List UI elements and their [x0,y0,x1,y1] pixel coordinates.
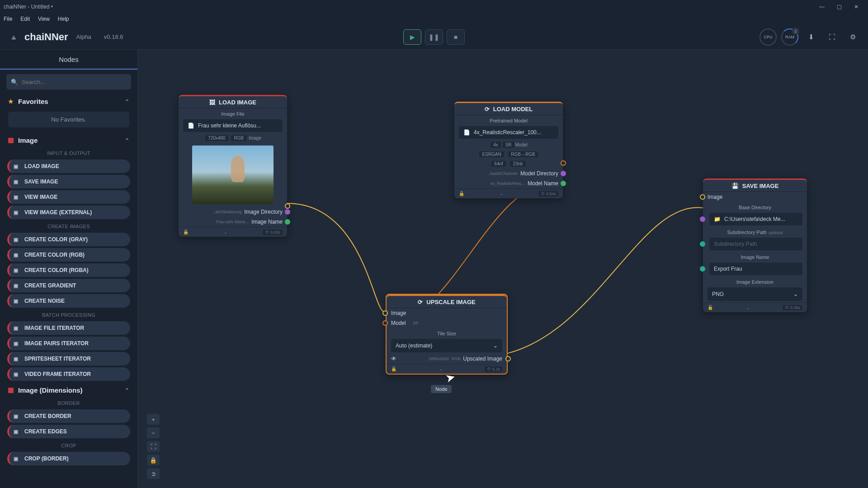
zoom-fit[interactable]: ⛶ [147,441,160,452]
port-model-in[interactable] [382,320,388,326]
image-preview [192,145,274,204]
node-load-model[interactable]: ⟳LOAD MODEL Pretrained Model 📄4x_Realist… [454,102,563,198]
node-type-icon: ▣ [14,413,21,419]
folder-icon: 📁 [714,216,721,222]
node-type-item[interactable]: ▣SPRITESHEET ITERATOR [7,352,130,366]
zoom-out[interactable]: − [147,427,160,438]
group-label: BATCH PROCESSING [0,310,137,319]
node-type-item[interactable]: ▣IMAGE FILE ITERATOR [7,321,130,335]
node-type-item[interactable]: ▣CREATE COLOR (GRAY) [7,233,130,246]
zoom-lock[interactable]: 🔒 [147,455,160,465]
stop-button[interactable]: ■ [447,29,465,45]
section-favorites[interactable]: ★ Favorites ⌃ [0,94,137,109]
port-image-in[interactable] [382,310,388,316]
node-type-icon: ▣ [14,341,21,347]
port-name-out[interactable] [285,219,290,225]
node-type-item[interactable]: ▣CREATE BORDER [7,409,130,423]
extension-select[interactable]: PNG⌄ [708,287,802,301]
collapse-icon[interactable]: ⌄ [500,191,503,196]
menu-view[interactable]: View [38,16,50,22]
port-upscaled-out[interactable] [505,356,511,361]
node-type-icon: ▣ [14,267,21,273]
node-type-label: CREATE COLOR (RGB) [24,252,85,258]
collapse-icon[interactable]: ⌄ [746,305,750,310]
zoom-export[interactable]: ➲ [147,468,160,479]
port-basedir-in[interactable] [700,216,705,222]
port-mname-out[interactable] [561,181,566,186]
search-field[interactable] [22,79,127,85]
lock-icon[interactable]: 🔓 [459,191,464,196]
node-type-item[interactable]: ▣VIEW IMAGE [7,190,130,204]
window-maximize[interactable]: ▢ [831,1,847,12]
gear-icon[interactable]: ⚙ [844,29,861,45]
ram-count-badge: 2 [792,28,799,35]
node-type-icon: ▣ [14,371,21,377]
lock-icon[interactable]: 🔓 [391,366,396,371]
port-dir-out[interactable] [285,209,290,215]
download-icon[interactable]: ⬇ [803,29,819,45]
node-type-item[interactable]: ▣VIEW IMAGE (EXTERNAL) [7,206,130,219]
menu-file[interactable]: File [4,16,12,22]
node-type-item[interactable]: ▣CROP (BORDER) [7,452,130,465]
pause-button[interactable]: ❚❚ [425,29,443,45]
node-type-icon: ▣ [14,179,21,185]
node-type-label: SPRITESHEET ITERATOR [24,356,91,362]
window-close[interactable]: ✕ [848,1,864,12]
image-name-field[interactable]: Export Frau [709,263,802,275]
file-icon: 📄 [188,122,194,129]
sidebar: Nodes 🔍 ★ Favorites ⌃ No Favorites. Imag… [0,50,138,488]
port-subdir-in[interactable] [700,241,705,247]
node-type-item[interactable]: ▣CREATE GRADIENT [7,279,130,292]
node-type-icon: ▣ [14,429,21,435]
tile-size-select[interactable]: Auto (estimate)⌄ [391,339,502,352]
group-label: BORDER [0,398,137,408]
node-type-item[interactable]: ▣IMAGE PAIRS ITERATOR [7,337,130,350]
subdirectory-field[interactable]: Subdirectory Path [709,238,802,250]
node-type-icon: ▣ [14,210,21,216]
no-favorites: No Favorites. [8,112,129,127]
port-mdir-out[interactable] [561,171,566,176]
search-input[interactable]: 🔍 [6,74,131,89]
window-minimize[interactable]: — [814,1,830,12]
collapse-icon[interactable]: ⌄ [439,366,443,371]
eye-icon[interactable]: 👁 [391,356,396,362]
node-type-icon: ▣ [14,252,21,258]
node-save-image[interactable]: 💾SAVE IMAGE Image Base Directory 📁C:\Use… [703,178,807,312]
node-load-image[interactable]: 🖼LOAD IMAGE Image File 📄Frau sehr kleine… [179,95,287,237]
lock-icon[interactable]: 🔓 [708,305,713,310]
fullscreen-icon[interactable]: ⛶ [824,29,840,45]
upscale-icon: ⟳ [418,299,423,305]
image-file-field[interactable]: 📄Frau sehr kleine Auflösu... [183,119,283,132]
node-type-icon: ▣ [14,237,21,243]
zoom-in[interactable]: + [147,414,160,425]
node-type-label: CREATE COLOR (GRAY) [24,236,88,243]
node-type-item[interactable]: ▣VIDEO FRAME ITERATOR [7,367,130,381]
node-type-item[interactable]: ▣CREATE COLOR (RGB) [7,248,130,262]
group-label: CROP [0,440,137,450]
node-upscale-image[interactable]: ⟳UPSCALE IMAGE Image Model SR Tile Size … [386,294,508,375]
node-type-item[interactable]: ▣SAVE IMAGE [7,175,130,188]
node-type-item[interactable]: ▣CREATE COLOR (RGBA) [7,263,130,277]
tab-nodes[interactable]: Nodes [0,50,137,70]
collapse-icon[interactable]: ⌄ [224,230,227,235]
lock-icon[interactable]: 🔓 [183,230,189,235]
canvas[interactable]: 🖼LOAD IMAGE Image File 📄Frau sehr kleine… [138,50,868,488]
menu-help[interactable]: Help [58,16,69,22]
ram-indicator[interactable]: RAM2 [781,28,798,46]
node-type-label: IMAGE FILE ITERATOR [24,325,84,331]
section-image-dims[interactable]: Image (Dimensions) ⌃ [0,383,137,398]
node-type-item[interactable]: ▣LOAD IMAGE [7,160,130,173]
node-type-item[interactable]: ▣CREATE NOISE [7,294,130,308]
node-type-item[interactable]: ▣CREATE EDGES [7,425,130,438]
star-icon: ★ [8,98,14,105]
section-image[interactable]: Image ⌃ [0,133,137,148]
base-directory-field[interactable]: 📁C:\Users\stefa\deck Me... [709,213,802,225]
port-imgname-in[interactable] [700,266,705,272]
cpu-indicator[interactable]: CPU [760,28,777,46]
menu-edit[interactable]: Edit [20,16,30,22]
image-icon: 🖼 [209,99,215,106]
model-file-field[interactable]: 📄4x_RealisticRescaler_100... [459,126,558,139]
run-button[interactable]: ▶ [403,29,421,45]
port-model-out[interactable] [561,160,566,166]
port-image-in[interactable] [700,194,705,200]
